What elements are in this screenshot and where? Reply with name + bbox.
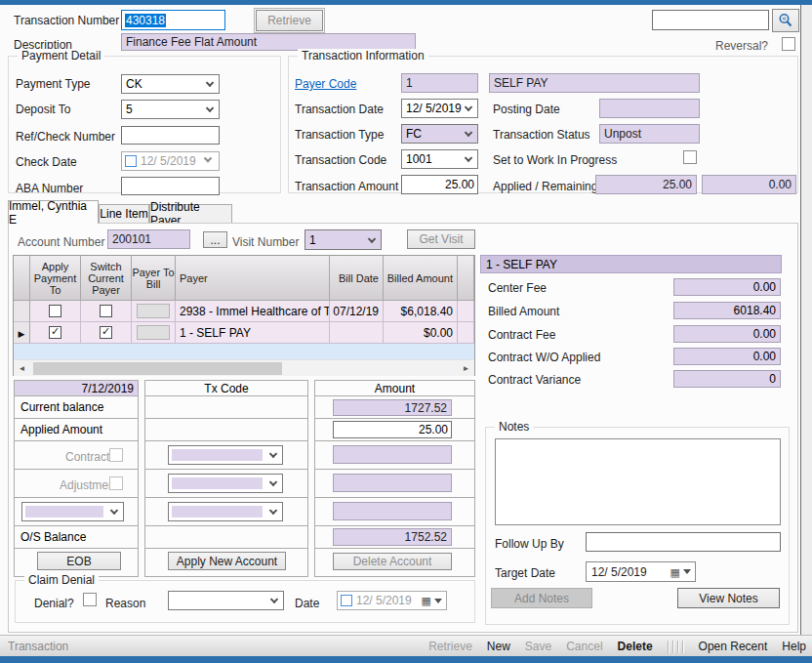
status-retrieve[interactable]: Retrieve xyxy=(428,640,472,653)
account-browse-button[interactable]: ... xyxy=(203,231,227,248)
deposit-to-label: Deposit To xyxy=(16,103,70,116)
apply-payment-checkbox[interactable] xyxy=(49,305,61,317)
row-selector[interactable] xyxy=(14,301,30,322)
payer-to-bill-cell[interactable] xyxy=(132,322,176,344)
posting-date-field xyxy=(599,99,700,118)
payer-code-field: 1 xyxy=(401,73,478,93)
denial-checkbox[interactable] xyxy=(83,593,97,606)
bill-date-cell[interactable]: 07/12/19 xyxy=(330,301,384,322)
status-cancel[interactable]: Cancel xyxy=(566,640,602,653)
switch-payer-checkbox[interactable] xyxy=(100,326,112,339)
payer-code-link[interactable]: Payer Code xyxy=(295,77,356,91)
extra-type-combo[interactable] xyxy=(21,502,124,521)
contract-fee-label: Contract Fee xyxy=(488,328,555,342)
transaction-amount-input[interactable] xyxy=(401,175,478,194)
chevron-down-icon xyxy=(269,450,277,458)
switch-payer-cell[interactable] xyxy=(81,301,132,322)
apply-payment-checkbox[interactable] xyxy=(49,326,61,339)
window-bottom-accent xyxy=(0,656,812,663)
date-checkbox[interactable] xyxy=(341,595,352,606)
bill-date-cell[interactable] xyxy=(330,322,384,344)
clipped-cell xyxy=(458,301,474,322)
grid-horizontal-scrollbar[interactable]: ◄ ► xyxy=(14,359,474,376)
status-delete[interactable]: Delete xyxy=(618,640,653,653)
add-notes-button[interactable]: Add Notes xyxy=(491,588,592,608)
contract-txcode-combo[interactable] xyxy=(168,445,283,465)
get-visit-button[interactable]: Get Visit xyxy=(407,229,475,249)
transaction-status-label: Transaction Status xyxy=(493,128,590,142)
scroll-right-icon[interactable]: ► xyxy=(458,360,474,376)
claim-denial-title: Claim Denial xyxy=(24,573,99,587)
notes-textarea[interactable] xyxy=(495,438,781,525)
switch-payer-checkbox[interactable] xyxy=(100,305,112,317)
adjustment-checkbox[interactable] xyxy=(109,477,123,490)
status-separator xyxy=(668,640,684,653)
aba-number-input[interactable] xyxy=(121,177,220,195)
reason-combo[interactable] xyxy=(168,591,284,610)
check-date-picker[interactable]: 12/ 5/2019 xyxy=(121,151,220,171)
applied-amount-input[interactable] xyxy=(333,421,452,438)
follow-up-by-input[interactable] xyxy=(586,532,781,552)
deposit-to-value: 5 xyxy=(126,103,133,116)
work-in-progress-checkbox[interactable] xyxy=(683,150,697,164)
denial-date-label: Date xyxy=(295,597,319,610)
col-header-payer[interactable]: Payer xyxy=(176,256,330,301)
col-header-payer-to-bill[interactable]: Payer To Bill xyxy=(132,256,176,301)
account-number-field[interactable]: 200101 xyxy=(107,229,190,249)
clipped-cell xyxy=(458,322,474,344)
payment-detail-title: Payment Detail xyxy=(18,49,104,62)
view-notes-button[interactable]: View Notes xyxy=(677,588,780,608)
search-input[interactable] xyxy=(652,10,769,30)
row-selector[interactable] xyxy=(14,322,30,344)
transaction-number-input[interactable]: 430318 xyxy=(121,10,225,30)
payer-cell[interactable]: 2938 - Immel Healthcare of Texa xyxy=(176,301,330,322)
payment-type-combo[interactable]: CK xyxy=(121,74,220,94)
tab-distribute-payer[interactable]: Distribute Payer xyxy=(149,204,232,224)
deposit-to-combo[interactable]: 5 xyxy=(121,100,220,119)
tab-line-item[interactable]: Line Item xyxy=(99,204,149,224)
tab-patient[interactable]: Immel, Cynthia E xyxy=(8,200,99,224)
transaction-date-value: 12/ 5/2019 xyxy=(406,102,462,115)
scroll-left-icon[interactable]: ◄ xyxy=(14,360,30,376)
scrollbar-thumb[interactable] xyxy=(33,362,282,375)
denial-date-picker[interactable]: 12/ 5/2019 ▦ xyxy=(337,591,447,610)
transaction-date-combo[interactable]: 12/ 5/2019 xyxy=(401,99,478,118)
visit-number-combo[interactable]: 1 xyxy=(304,229,382,250)
applied-field: 25.00 xyxy=(595,175,697,194)
switch-payer-cell[interactable] xyxy=(81,322,132,344)
payer-to-bill-box xyxy=(137,304,170,318)
status-help[interactable]: Help xyxy=(782,640,806,653)
reversal-checkbox[interactable] xyxy=(782,37,795,51)
payer-grid: Apply Payment To Switch Current Payer Pa… xyxy=(13,255,475,376)
contract-checkbox[interactable] xyxy=(109,448,123,462)
search-button[interactable] xyxy=(772,9,799,32)
col-header-switch-current-payer[interactable]: Switch Current Payer xyxy=(81,256,132,301)
status-open-recent[interactable]: Open Recent xyxy=(699,640,768,653)
apply-payment-cell[interactable] xyxy=(30,322,81,344)
status-new[interactable]: New xyxy=(487,640,510,653)
transaction-type-combo[interactable]: FC xyxy=(401,124,478,144)
apply-new-account-button[interactable]: Apply New Account xyxy=(168,552,286,570)
status-save[interactable]: Save xyxy=(525,640,551,653)
payer-to-bill-cell[interactable] xyxy=(132,301,176,322)
os-balance-label: O/S Balance xyxy=(20,530,86,544)
transaction-code-combo[interactable]: 1001 xyxy=(401,149,478,169)
eob-button[interactable]: EOB xyxy=(37,552,121,570)
col-header-bill-date[interactable]: Bill Date xyxy=(330,256,384,301)
col-header-apply-payment-to[interactable]: Apply Payment To xyxy=(30,256,81,301)
payer-cell[interactable]: 1 - SELF PAY xyxy=(176,322,330,344)
apply-payment-cell[interactable] xyxy=(30,301,81,322)
adjustment-txcode-combo[interactable] xyxy=(168,474,283,493)
tx-code-header: Tx Code xyxy=(144,380,308,396)
col-header-billed-amount[interactable]: Billed Amount xyxy=(384,256,458,301)
extra-txcode-combo[interactable] xyxy=(168,502,283,521)
chevron-down-icon xyxy=(465,129,472,137)
transaction-type-label: Transaction Type xyxy=(295,128,384,142)
ref-check-number-input[interactable] xyxy=(121,126,220,145)
billed-amount-cell[interactable]: $6,018.40 xyxy=(384,301,458,322)
date-checkbox[interactable] xyxy=(125,155,137,167)
billed-amount-cell[interactable]: $0.00 xyxy=(384,322,458,344)
target-date-picker[interactable]: 12/ 5/2019 ▦ xyxy=(586,561,696,582)
retrieve-button[interactable]: Retrieve xyxy=(256,10,323,31)
delete-account-button[interactable]: Delete Account xyxy=(333,553,452,570)
